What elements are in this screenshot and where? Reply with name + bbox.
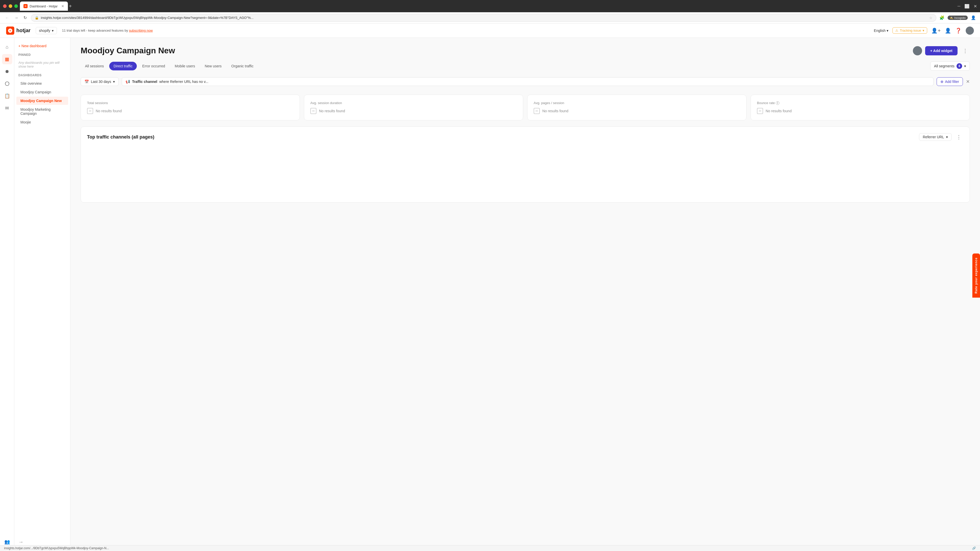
date-filter-chevron: ▾ <box>113 79 115 84</box>
add-filter-button[interactable]: ⊕ Add filter <box>937 77 963 86</box>
browser-restore-window[interactable]: ⬜ <box>964 4 969 9</box>
more-options-button[interactable]: ⋮ <box>961 47 970 55</box>
link-icon: 🔗 <box>972 546 976 550</box>
add-widget-button[interactable]: + Add widget <box>925 46 958 56</box>
traffic-section: Top traffic channels (all pages) Referre… <box>81 127 970 203</box>
sidebar-item-moodjoy-campaign-new[interactable]: Moodjoy Campaign New <box>16 97 68 105</box>
sidebar-item-label: Moodjoy Campaign <box>21 90 51 94</box>
nav-feedback-btn[interactable]: ✉ <box>2 103 12 113</box>
bookmark-icon[interactable]: ☆ <box>929 16 932 20</box>
traffic-chart-empty <box>87 145 963 196</box>
browser-minimize-btn[interactable] <box>9 4 12 8</box>
main-content: ⌂ ▦ ⏺ 📋 ✉ 👥 + New dashboard Pinned Any d… <box>0 38 980 551</box>
browser-minimize-window[interactable]: ─ <box>958 4 960 9</box>
sidebar-item-label: Moodjoy Marketing Campaign <box>21 107 51 116</box>
all-segments-selector[interactable]: All segments 8 ▾ <box>930 62 970 71</box>
no-results-icon: ✉ <box>87 108 93 114</box>
no-results-icon: ✉ <box>534 108 540 114</box>
nav-surveys-btn[interactable]: 📋 <box>2 91 12 101</box>
url-bar[interactable]: 🔒 insights.hotjar.com/sites/3814994/dash… <box>31 14 936 22</box>
date-filter-icon: 📅 <box>84 79 89 84</box>
user-icon-btn[interactable]: 👤 <box>945 27 951 34</box>
nav-actions: English ▾ ⚠ Tracking issue ▾ 👤+ 👤 ❓ <box>874 27 974 35</box>
sidebar: + New dashboard Pinned Any dashboards yo… <box>14 38 70 551</box>
tab-error-occurred[interactable]: Error occurred <box>138 62 169 70</box>
avg-session-duration-card: Avg. session duration ✉ No results found <box>304 95 523 121</box>
back-button[interactable]: ← <box>4 14 10 21</box>
tab-all-sessions[interactable]: All sessions <box>81 62 108 70</box>
profile-btn[interactable]: 👤 <box>971 15 976 20</box>
total-sessions-label: Total sessions <box>87 101 293 105</box>
filter-close-button[interactable]: ✕ <box>966 79 970 84</box>
site-selector[interactable]: shopify ▾ <box>36 27 57 34</box>
refresh-button[interactable]: ↻ <box>22 14 28 21</box>
no-results-text: No results found <box>319 109 345 113</box>
browser-close-btn[interactable] <box>3 4 6 8</box>
sidebar-item-site-overview[interactable]: Site overview <box>16 79 68 87</box>
filter-bar: 📅 Last 30 days ▾ 📢 Traffic channel where… <box>81 75 970 89</box>
forward-button[interactable]: → <box>13 14 19 21</box>
browser-maximize-btn[interactable] <box>14 4 18 8</box>
traffic-filter[interactable]: 📢 Traffic channel where Referrer URL has… <box>122 77 933 86</box>
sidebar-item-moojie[interactable]: Moojie <box>16 118 68 126</box>
sidebar-item-moodjoy-campaign[interactable]: Moodjoy Campaign <box>16 88 68 96</box>
browser-close-window[interactable]: ✕ <box>974 4 977 9</box>
bounce-rate-info-icon[interactable]: i <box>776 101 780 105</box>
pinned-empty-message: Any dashboards you pin will show here <box>14 59 70 70</box>
secure-icon: 🔒 <box>35 16 39 20</box>
date-filter[interactable]: 📅 Last 30 days ▾ <box>81 77 119 86</box>
metrics-grid: Total sessions ✉ No results found Avg. s… <box>81 95 970 121</box>
language-label: English <box>874 29 886 33</box>
no-results-text: No results found <box>765 109 792 113</box>
nav-heatmaps-btn[interactable] <box>2 79 12 89</box>
segments-chevron: ▾ <box>964 64 966 68</box>
tab-new-users[interactable]: New users <box>200 62 226 70</box>
no-results-icon: ✉ <box>757 108 763 114</box>
new-dashboard-button[interactable]: + New dashboard <box>14 42 70 50</box>
bounce-rate-label-text: Bounce rate <box>757 101 775 105</box>
tab-label: Dashboard - Hotjar <box>30 4 58 8</box>
tab-label: All sessions <box>85 64 104 68</box>
sidebar-icon-rail: ⌂ ▦ ⏺ 📋 ✉ 👥 <box>0 38 14 551</box>
nav-dashboard-btn[interactable]: ▦ <box>2 54 12 64</box>
tab-close-btn[interactable]: ✕ <box>61 4 64 8</box>
nav-home-btn[interactable]: ⌂ <box>2 42 12 52</box>
page-header: Moodjoy Campaign New + Add widget ⋮ <box>81 46 970 56</box>
user-avatar[interactable] <box>966 27 974 35</box>
no-results-text: No results found <box>542 109 568 113</box>
tab-label: Error occurred <box>142 64 165 68</box>
tracking-issue-btn[interactable]: ⚠ Tracking issue ▾ <box>892 27 927 34</box>
incognito-badge: 🕵 Incognito <box>948 16 968 20</box>
add-user-icon-btn[interactable]: 👤+ <box>931 27 941 34</box>
tab-mobile-users[interactable]: Mobile users <box>170 62 199 70</box>
page-content: Moodjoy Campaign New + Add widget ⋮ All … <box>70 38 980 551</box>
traffic-filter-label: Traffic channel <box>132 79 157 84</box>
language-selector[interactable]: English ▾ <box>874 29 888 33</box>
traffic-more-btn[interactable]: ⋮ <box>954 133 963 141</box>
tab-direct-traffic[interactable]: Direct traffic <box>109 62 137 70</box>
traffic-selector-chevron: ▾ <box>946 135 948 139</box>
avg-pages-session-card: Avg. pages / session ✉ No results found <box>527 95 746 121</box>
nav-recordings-btn[interactable]: ⏺ <box>2 66 12 76</box>
traffic-referrer-selector[interactable]: Referrer URL ▾ <box>919 133 952 141</box>
trial-link[interactable]: subscribing now <box>129 29 153 32</box>
pinned-section-title: Pinned <box>14 50 70 59</box>
url-text: insights.hotjar.com/sites/3814994/dashbo… <box>41 16 927 20</box>
segment-count: 8 <box>956 63 962 69</box>
all-segments-label: All segments <box>934 64 955 68</box>
no-results-text: No results found <box>96 109 122 113</box>
sidebar-item-moodjoy-marketing[interactable]: Moodjoy Marketing Campaign <box>16 105 68 118</box>
traffic-selector-label: Referrer URL <box>923 135 944 139</box>
warning-icon: ⚠ <box>895 29 898 32</box>
help-icon-btn[interactable]: ❓ <box>955 27 962 34</box>
hotjar-logo[interactable]: hotjar <box>6 27 30 35</box>
rate-experience-panel[interactable]: Rate your experience <box>972 253 980 297</box>
active-browser-tab[interactable]: H Dashboard - Hotjar ✕ <box>20 2 68 11</box>
avg-session-duration-label-text: Avg. session duration <box>310 101 342 105</box>
tab-organic-traffic[interactable]: Organic traffic <box>227 62 258 70</box>
add-filter-icon: ⊕ <box>940 79 943 84</box>
rate-panel-label: Rate your experience <box>974 257 978 293</box>
avg-session-duration-value: ✉ No results found <box>310 108 517 114</box>
new-tab-button[interactable]: + <box>69 3 72 9</box>
extensions-btn[interactable]: 🧩 <box>939 15 945 20</box>
